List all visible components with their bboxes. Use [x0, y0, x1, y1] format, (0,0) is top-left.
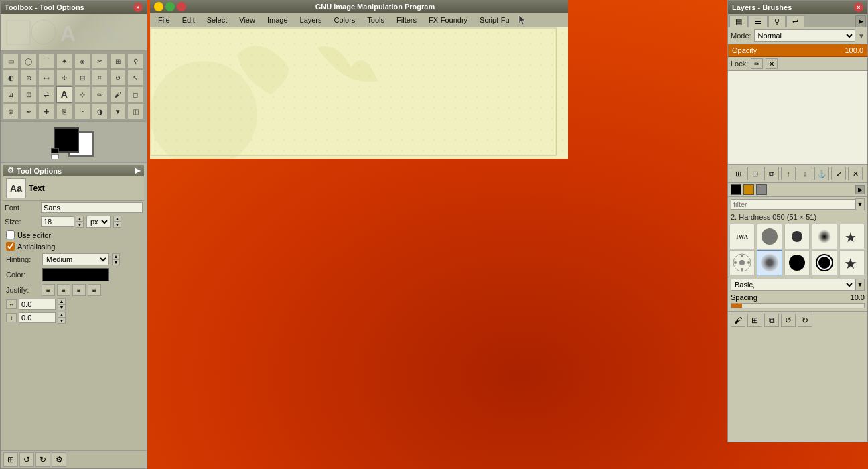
tool-perspective[interactable]: ⊡	[21, 86, 37, 103]
layers-panel-expand-btn[interactable]: ▶	[855, 15, 866, 27]
brush-filter-dropdown-btn[interactable]: ▼	[855, 198, 865, 210]
justify-right-btn[interactable]: ≡	[72, 284, 86, 296]
menu-filters[interactable]: Filters	[391, 15, 422, 25]
offset-x-down[interactable]: ▼	[58, 304, 66, 310]
tool-paintbrush[interactable]: 🖌	[110, 86, 126, 103]
tab-channels[interactable]: ☰	[749, 15, 768, 27]
tab-undo[interactable]: ↩	[786, 15, 804, 27]
antialiasing-checkbox[interactable]	[6, 242, 15, 251]
layers-btn-new-group[interactable]: ⊞	[731, 167, 745, 180]
tool-rect-select[interactable]: ▭	[3, 53, 19, 69]
tool-align[interactable]: ⊟	[74, 70, 90, 86]
brush-item-2[interactable]	[757, 224, 782, 249]
justify-left-btn[interactable]: ≡	[42, 284, 55, 296]
tab-paths[interactable]: ⚲	[768, 15, 786, 27]
layers-btn-down[interactable]: ↓	[798, 167, 812, 180]
menu-script-fu[interactable]: Script-Fu	[474, 15, 515, 25]
tool-smudge[interactable]: ~	[74, 103, 90, 119]
toolbox-bottom-btn-3[interactable]: ↻	[35, 452, 50, 467]
color-preview-swatch[interactable]	[42, 268, 109, 281]
toolbox-bottom-btn-4[interactable]: ⚙	[52, 452, 66, 467]
menu-layers[interactable]: Layers	[295, 15, 328, 25]
size-input[interactable]	[41, 216, 74, 227]
tool-ink[interactable]: ✒	[21, 103, 37, 119]
brush-item-8[interactable]	[784, 250, 810, 275]
justify-fill-btn[interactable]: ≡	[88, 284, 101, 296]
font-input[interactable]	[41, 202, 143, 213]
brushes-btn-paint[interactable]: 🖌	[731, 314, 745, 327]
size-down-btn[interactable]: ▼	[76, 222, 84, 228]
layers-close-btn[interactable]: ×	[854, 3, 863, 12]
tool-ellipse-select[interactable]: ◯	[21, 53, 37, 69]
tool-move[interactable]: ✣	[56, 70, 72, 86]
justify-center-btn[interactable]: ≡	[57, 284, 70, 296]
brush-item-6[interactable]	[729, 250, 755, 275]
offset-y-up[interactable]: ▲	[58, 312, 66, 318]
tool-clone[interactable]: ⎘	[56, 103, 72, 119]
brushes-btn-redo[interactable]: ↻	[798, 314, 812, 327]
offset-x-up[interactable]: ▲	[58, 298, 66, 304]
layers-btn-new[interactable]: ⊟	[747, 167, 762, 180]
unit-down-btn[interactable]: ▼	[113, 222, 121, 228]
toolbox-close-button[interactable]: ×	[133, 3, 143, 12]
tool-airbrush[interactable]: ⊜	[3, 103, 19, 119]
brushes-btn-new[interactable]: ⊞	[747, 314, 762, 327]
unit-up-btn[interactable]: ▲	[113, 216, 121, 222]
tool-paths-create[interactable]: ⚲	[127, 53, 143, 69]
tool-pencil[interactable]: ✏	[92, 86, 108, 103]
brush-item-4[interactable]	[812, 224, 837, 249]
brush-filter-input[interactable]	[731, 199, 855, 210]
tool-path-edit[interactable]: ⊹	[74, 86, 90, 103]
menu-view[interactable]: View	[234, 15, 261, 25]
tool-text[interactable]: A	[56, 86, 72, 103]
brush-item-3[interactable]	[784, 224, 810, 249]
brush-category-select[interactable]: Basic, All Basics	[731, 279, 855, 291]
menu-fx-foundry[interactable]: FX-Foundry	[423, 15, 473, 25]
tool-blend[interactable]: ◫	[127, 103, 143, 119]
tab-layers[interactable]: ▤	[729, 15, 748, 27]
tool-eraser[interactable]: ◻	[127, 86, 143, 103]
hinting-select[interactable]: Medium None Slight Full	[42, 253, 109, 265]
brush-bg-swatch[interactable]	[756, 184, 767, 195]
brush-item-5[interactable]: ★	[839, 224, 865, 249]
tool-heal[interactable]: ✚	[38, 103, 54, 119]
menu-edit[interactable]: Edit	[177, 15, 200, 25]
lock-pixels-btn[interactable]: ✏	[751, 58, 763, 69]
window-minimize-btn[interactable]	[154, 2, 163, 11]
brushes-expand-btn[interactable]: ▶	[855, 185, 865, 194]
tool-rotate[interactable]: ↺	[110, 70, 126, 86]
hinting-down-btn[interactable]: ▼	[112, 259, 120, 265]
size-unit-select[interactable]: px pt	[86, 216, 111, 228]
tool-free-select[interactable]: ⌒	[38, 53, 54, 69]
tool-dodge[interactable]: ◑	[92, 103, 108, 119]
hinting-up-btn[interactable]: ▲	[112, 253, 120, 259]
window-maximize-btn[interactable]	[165, 2, 175, 11]
canvas-area[interactable]	[150, 27, 568, 159]
brush-fg-swatch[interactable]	[731, 184, 741, 195]
layers-btn-up[interactable]: ↑	[781, 167, 796, 180]
tool-flip[interactable]: ⇌	[38, 86, 54, 103]
brushes-btn-duplicate[interactable]: ⧉	[764, 314, 779, 327]
layers-btn-delete[interactable]: ✕	[848, 167, 863, 180]
tool-bucket[interactable]: ▼	[110, 103, 126, 119]
brushes-btn-refresh[interactable]: ↺	[781, 314, 796, 327]
brush-item-7[interactable]	[757, 250, 782, 275]
brush-item-9[interactable]	[812, 250, 837, 275]
tool-select-color[interactable]: ◈	[74, 53, 90, 69]
tool-fuzzy-select[interactable]: ✦	[56, 53, 72, 69]
layers-btn-merge[interactable]: ↙	[831, 167, 846, 180]
use-editor-checkbox[interactable]	[6, 230, 15, 239]
opacity-row[interactable]: Opacity 100.0	[728, 44, 867, 57]
size-up-btn[interactable]: ▲	[76, 216, 84, 222]
menu-select[interactable]: Select	[202, 15, 233, 25]
tool-scale[interactable]: ⤡	[127, 70, 143, 86]
menu-colors[interactable]: Colors	[329, 15, 361, 25]
layers-btn-anchor[interactable]: ⚓	[814, 167, 829, 180]
tool-measure[interactable]: ⊷	[38, 70, 54, 86]
tool-color-picker[interactable]: ◐	[3, 70, 19, 86]
offset-y-input[interactable]	[19, 312, 56, 323]
offset-y-down[interactable]: ▼	[58, 318, 66, 324]
mode-select[interactable]: Normal Multiply Screen Overlay	[754, 29, 856, 42]
menu-image[interactable]: Image	[262, 15, 293, 25]
brush-item-1[interactable]: IWA	[729, 224, 755, 249]
